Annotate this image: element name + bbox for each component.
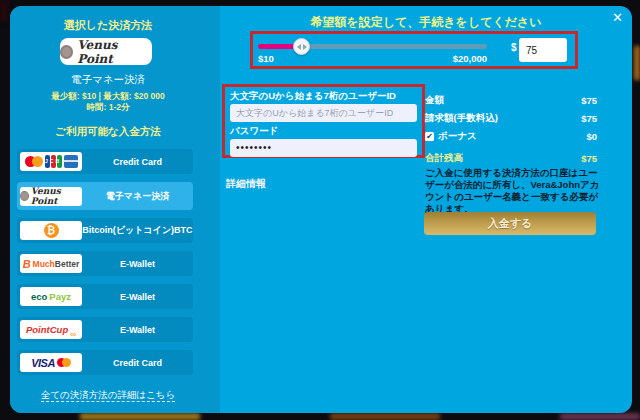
muchbetter-b-icon: B bbox=[23, 258, 31, 270]
user-id-label: 大文字のUから始まる7桁のユーザーID bbox=[230, 90, 417, 102]
visa-mastercard-logo-icon: VISA bbox=[20, 353, 82, 372]
details-link[interactable]: 詳細情報 bbox=[226, 177, 266, 191]
deposit-main-panel: 希望額を設定して、手続きをしてください ✕ $10 $20,000 $ 大文字の… bbox=[220, 6, 632, 413]
password-label: パスワード bbox=[230, 125, 417, 137]
method-row-pointcup[interactable]: PointCupco E-Wallet bbox=[17, 317, 193, 342]
background-art bbox=[634, 46, 640, 80]
summary-row-charge: 請求額(手数料込) $75 bbox=[425, 112, 597, 125]
deposit-modal: 選択した決済方法 Venus Point 電子マネー決済 最少額: $10 | … bbox=[10, 6, 632, 413]
modal-title: 希望額を設定して、手続きをしてください bbox=[220, 14, 632, 31]
pointcup-logo-icon: PointCupco bbox=[20, 320, 82, 339]
currency-symbol: $ bbox=[511, 42, 517, 53]
method-label: 電子マネー決済 bbox=[82, 190, 193, 203]
all-methods-details-link[interactable]: 全ての決済方法の詳細はこちら bbox=[10, 389, 206, 402]
total-value: $75 bbox=[581, 153, 597, 164]
bonus-value: $0 bbox=[586, 131, 597, 142]
summary-row-total: 合計残高 $75 bbox=[425, 152, 597, 165]
amount-label: 金額 bbox=[425, 94, 444, 107]
mastercard-icon bbox=[25, 156, 43, 167]
close-icon[interactable]: ✕ bbox=[612, 11, 623, 24]
venus-point-logo: Venus Point bbox=[60, 38, 152, 65]
jcb-icon: JCB bbox=[45, 155, 62, 168]
slider-arrow-left-icon bbox=[297, 44, 301, 50]
slider-min-label: $10 bbox=[258, 53, 274, 64]
method-row-muchbetter[interactable]: B MuchBetter E-Wallet bbox=[17, 251, 193, 276]
slider-max-label: $20,000 bbox=[453, 53, 487, 64]
method-label: Credit Card bbox=[82, 157, 193, 167]
deposit-summary: 金額 $75 請求額(手数料込) $75 ✔ ボーナス $0 合計残高 $75 bbox=[425, 94, 597, 170]
amount-selector-box: $10 $20,000 $ bbox=[250, 31, 578, 69]
slider-range-labels: $10 $20,000 bbox=[258, 53, 487, 64]
slider-fill bbox=[258, 44, 297, 49]
visa-icon: VISA bbox=[31, 357, 55, 369]
selected-method-title: 選択した決済方法 bbox=[10, 18, 206, 33]
amount-slider[interactable] bbox=[258, 44, 487, 49]
amount-value: $75 bbox=[581, 95, 597, 106]
venus-point-logo-text: Venus Point bbox=[77, 38, 152, 66]
venus-point-coin-icon bbox=[60, 45, 73, 59]
mastercard-icon bbox=[57, 358, 71, 367]
method-row-ecopayz[interactable]: ecoPayz E-Wallet bbox=[17, 284, 193, 309]
payment-method-list: JCB Credit Card Venus Point 電子マネー決済 ₿ Bi… bbox=[17, 149, 193, 383]
slider-arrow-right-icon bbox=[303, 44, 307, 50]
amex-icon bbox=[64, 155, 78, 168]
deposit-submit-button[interactable]: 入金する bbox=[424, 212, 596, 235]
credit-card-logos-icon: JCB bbox=[20, 152, 82, 171]
background-art bbox=[560, 413, 640, 420]
amount-input[interactable] bbox=[519, 38, 567, 62]
bonus-checkbox[interactable]: ✔ bbox=[425, 132, 434, 141]
account-ownership-disclaimer: ご入金に使用する決済方法の口座はユーザーが合法的に所有し、Vera&Johnアカ… bbox=[425, 167, 603, 216]
credentials-box: 大文字のUから始まる7桁のユーザーID パスワード bbox=[222, 84, 425, 158]
method-label: Bitcoin(ビットコイン)BTC bbox=[82, 224, 193, 237]
method-label: E-Wallet bbox=[82, 325, 193, 335]
method-label: Credit Card bbox=[82, 358, 193, 368]
method-row-credit-card[interactable]: JCB Credit Card bbox=[17, 149, 193, 174]
charge-label: 請求額(手数料込) bbox=[425, 112, 498, 125]
venus-point-mini-logo-icon: Venus Point bbox=[20, 187, 82, 206]
total-label: 合計残高 bbox=[425, 152, 463, 165]
background-art bbox=[80, 413, 200, 420]
sidebar: 選択した決済方法 Venus Point 電子マネー決済 最少額: $10 | … bbox=[10, 6, 220, 413]
charge-value: $75 bbox=[581, 113, 597, 124]
available-methods-title: ご利用可能な入金方法 bbox=[10, 125, 206, 139]
method-row-visa[interactable]: VISA Credit Card bbox=[17, 350, 193, 375]
bonus-label: ボーナス bbox=[438, 130, 477, 143]
method-label: E-Wallet bbox=[82, 259, 193, 269]
selected-method-type: 電子マネー決済 bbox=[10, 73, 206, 87]
method-row-bitcoin[interactable]: ₿ Bitcoin(ビットコイン)BTC bbox=[17, 218, 193, 243]
muchbetter-logo-icon: B MuchBetter bbox=[20, 254, 82, 273]
background-art bbox=[330, 413, 440, 420]
background-art bbox=[0, 0, 8, 22]
bitcoin-icon: ₿ bbox=[44, 223, 59, 238]
password-input[interactable] bbox=[230, 139, 417, 157]
user-id-input[interactable] bbox=[230, 104, 417, 122]
summary-row-amount: 金額 $75 bbox=[425, 94, 597, 107]
venus-point-coin-icon bbox=[20, 191, 29, 201]
method-label: E-Wallet bbox=[82, 292, 193, 302]
summary-row-bonus: ✔ ボーナス $0 bbox=[425, 130, 597, 143]
selected-method-time: 時間: 1-2分 bbox=[10, 102, 206, 114]
ecopayz-logo-icon: ecoPayz bbox=[20, 287, 82, 306]
method-row-venus-point[interactable]: Venus Point 電子マネー決済 bbox=[17, 182, 193, 210]
bitcoin-logo-icon: ₿ bbox=[20, 221, 82, 240]
